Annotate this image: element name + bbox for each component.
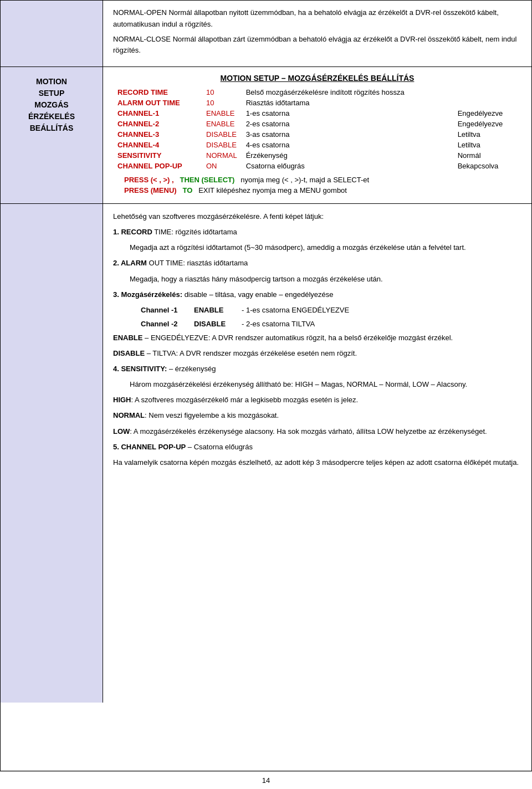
top-section: NORMAL-OPEN Normál állapotban nyitott üz… xyxy=(0,0,532,66)
section4-body1: Három mozgásérzékelési érzékenység állít… xyxy=(113,378,521,391)
value-record-time: 10 xyxy=(202,87,242,98)
section4-title: 4. SENSITIVITY: – érzékenység xyxy=(113,363,521,375)
channel1-row: Channel -1 ENABLE - 1-es csatorna ENGEDÉ… xyxy=(113,304,521,316)
press-label-1: PRESS (< , >) , xyxy=(124,176,174,184)
page-wrapper: NORMAL-OPEN Normál állapotban nyitott üz… xyxy=(0,0,532,789)
desc-record-time: Belső mozgásérzékelésre indított rögzíté… xyxy=(242,87,452,98)
section2-body: Megadja, hogy a riasztás hány másodperci… xyxy=(113,273,521,285)
press-line-1: PRESS (< , >) , THEN (SELECT) nyomja meg… xyxy=(113,176,521,184)
normal-line: NORMAL: Nem veszi figyelembe a kis mozgá… xyxy=(113,409,521,422)
press-line-2: PRESS (MENU) TO EXIT kilépéshez nyomja m… xyxy=(113,186,521,194)
section5-body: Ha valamelyik csatorna képén mozgás észl… xyxy=(113,457,521,469)
channel1-state: ENABLE xyxy=(194,304,233,316)
channel1-desc: - 1-es csatorna ENGEDÉLYEZVE xyxy=(242,304,349,316)
label-channel1: CHANNEL-1 xyxy=(113,108,202,119)
desc-channel2: 2-es csatorna xyxy=(242,119,452,129)
desc-channel4: 4-es csatorna xyxy=(242,140,452,150)
value-channel1: ENABLE xyxy=(202,108,242,119)
enable-line: ENABLE – ENGEDÉLYEZVE: A DVR rendszer au… xyxy=(113,332,521,344)
channel1-name: Channel -1 xyxy=(141,304,185,316)
channel2-row: Channel -2 DISABLE - 2-es csatorna TILTV… xyxy=(113,318,521,330)
bottom-section: Lehetőség van szoftveres mozgásérzékelés… xyxy=(0,203,532,771)
label-record-time: RECORD TIME xyxy=(113,87,202,98)
value-channel4: DISABLE xyxy=(202,140,242,150)
section2-title: 2. ALARM OUT TIME: riasztás időtartama xyxy=(113,257,521,269)
value-alarm-out-time: 10 xyxy=(202,98,242,108)
channel2-name: Channel -2 xyxy=(141,318,185,330)
low-line: LOW: A mozgásérzékelés érzékenysége alac… xyxy=(113,426,521,438)
press-line-2-suffix: EXIT kilépéshez nyomja meg a MENU gombot xyxy=(198,186,347,194)
label-channel4: CHANNEL-4 xyxy=(113,140,202,150)
label-sensitivity: SENSITIVITY xyxy=(113,150,202,161)
value-sensitivity: NORMAL xyxy=(202,150,242,161)
desc2-channel2: Engedélyezve xyxy=(452,119,521,129)
label-channel-popup: CHANNEL POP-UP xyxy=(113,161,202,171)
normal-close-text: NORMAL-CLOSE Normál állapotban zárt üzem… xyxy=(113,34,521,57)
value-channel2: ENABLE xyxy=(202,119,242,129)
desc-alarm-out-time: Riasztás időtartama xyxy=(242,98,452,108)
main-content: MOTION SETUP – MOZGÁSÉRZÉKELÉS BEÁLLÍTÁS… xyxy=(103,67,531,203)
normal-open-text: NORMAL-OPEN Normál állapotban nyitott üz… xyxy=(113,7,521,30)
intro-text: Lehetőség van szoftveres mozgásérzékelés… xyxy=(113,211,521,223)
bottom-right-text: Lehetőség van szoftveres mozgásérzékelés… xyxy=(103,204,531,703)
desc2-channel-popup: Bekapcsolva xyxy=(452,161,521,171)
table-row: CHANNEL-3 DISABLE 3-as csatorna Letiltva xyxy=(113,129,521,140)
then-label-1: THEN (SELECT) xyxy=(180,176,234,184)
desc2-channel1: Engedélyezve xyxy=(452,108,521,119)
value-channel3: DISABLE xyxy=(202,129,242,140)
label-channel3: CHANNEL-3 xyxy=(113,129,202,140)
page-number: 14 xyxy=(262,776,270,785)
section1-title: 1. RECORD TIME: rögzítés időtartama xyxy=(113,226,521,238)
table-row: ALARM OUT TIME 10 Riasztás időtartama xyxy=(113,98,521,108)
desc2-sensitivity: Normál xyxy=(452,150,521,161)
section1-body: Megadja azt a rögzítési időtartamot (5~3… xyxy=(113,242,521,254)
setup-table: RECORD TIME 10 Belső mozgásérzékelésre i… xyxy=(113,87,521,171)
desc2-alarm-out-time xyxy=(452,98,521,108)
disable-line: DISABLE – TILTVA: A DVR rendszer mozgás … xyxy=(113,347,521,360)
table-row: CHANNEL-1 ENABLE 1-es csatorna Engedélye… xyxy=(113,108,521,119)
table-row: CHANNEL-2 ENABLE 2-es csatorna Engedélye… xyxy=(113,119,521,129)
high-line: HIGH: A szoftveres mozgásérzékelő már a … xyxy=(113,394,521,406)
motion-setup-title: MOTION SETUP – MOZGÁSÉRZÉKELÉS BEÁLLÍTÁS xyxy=(113,74,521,83)
desc-sensitivity: Érzékenység xyxy=(242,150,452,161)
desc-channel1: 1-es csatorna xyxy=(242,108,452,119)
top-right-content: NORMAL-OPEN Normál állapotban nyitott üz… xyxy=(103,1,531,66)
table-row: SENSITIVITY NORMAL Érzékenység Normál xyxy=(113,150,521,161)
press-label-2: PRESS (MENU) xyxy=(124,186,177,194)
section3-title: 3. Mozgásérzékelés: disable – tiltása, v… xyxy=(113,289,521,301)
table-row: CHANNEL-4 DISABLE 4-es csatorna Letiltva xyxy=(113,140,521,150)
page-footer: 14 xyxy=(0,771,532,789)
top-left-sidebar xyxy=(1,1,103,66)
sidebar: MOTION SETUP MOZGÁS ÉRZÉKELÉS BEÁLLÍTÁS xyxy=(1,67,103,203)
bottom-content: Lehetőség van szoftveres mozgásérzékelés… xyxy=(1,204,531,703)
bottom-left-sidebar xyxy=(1,204,103,703)
channel2-desc: - 2-es csatorna TILTVA xyxy=(242,318,315,330)
label-alarm-out-time: ALARM OUT TIME xyxy=(113,98,202,108)
desc2-channel4: Letiltva xyxy=(452,140,521,150)
channel2-state: DISABLE xyxy=(194,318,233,330)
mid-section: MOTION SETUP MOZGÁS ÉRZÉKELÉS BEÁLLÍTÁS … xyxy=(0,66,532,203)
press-line-1-suffix: nyomja meg (< , >)-t, majd a SELECT-et xyxy=(241,176,369,184)
desc-channel-popup: Csatorna előugrás xyxy=(242,161,452,171)
section5-title: 5. CHANNEL POP-UP – Csatorna előugrás xyxy=(113,441,521,453)
to-label: TO xyxy=(182,186,192,194)
desc-channel3: 3-as csatorna xyxy=(242,129,452,140)
table-row: CHANNEL POP-UP ON Csatorna előugrás Beka… xyxy=(113,161,521,171)
sidebar-title: MOTION SETUP MOZGÁS ÉRZÉKELÉS BEÁLLÍTÁS xyxy=(28,76,75,134)
value-channel-popup: ON xyxy=(202,161,242,171)
label-channel2: CHANNEL-2 xyxy=(113,119,202,129)
desc2-record-time xyxy=(452,87,521,98)
table-row: RECORD TIME 10 Belső mozgásérzékelésre i… xyxy=(113,87,521,98)
desc2-channel3: Letiltva xyxy=(452,129,521,140)
